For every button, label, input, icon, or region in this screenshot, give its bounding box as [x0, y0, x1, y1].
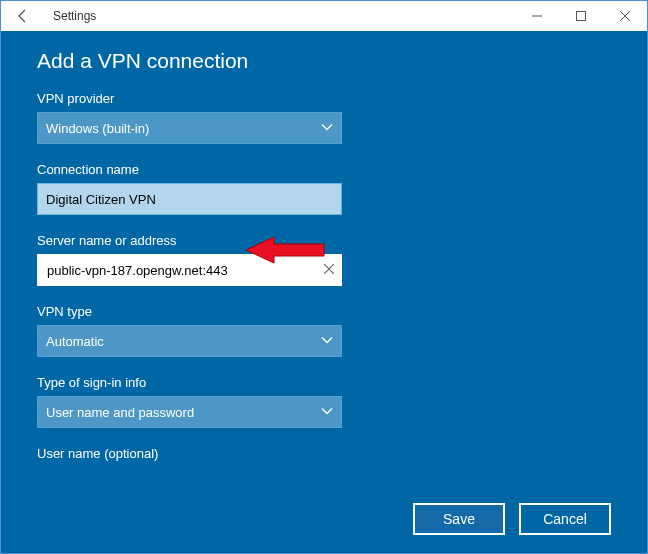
username-label: User name (optional) [37, 446, 611, 461]
maximize-button[interactable] [559, 1, 603, 31]
save-button-label: Save [443, 511, 475, 527]
dialog-buttons: Save Cancel [413, 503, 611, 535]
form-area: VPN provider Windows (built-in) Connecti… [37, 91, 611, 553]
vpn-type-value: Automatic [46, 334, 104, 349]
back-button[interactable] [1, 8, 45, 24]
connection-name-field[interactable] [46, 192, 333, 207]
server-address-input[interactable] [37, 254, 342, 286]
close-button[interactable] [603, 1, 647, 31]
vpn-type-label: VPN type [37, 304, 611, 319]
settings-window: Settings Add a VPN connection VPN provid… [0, 0, 648, 554]
server-address-field[interactable] [47, 263, 332, 278]
chevron-down-icon [321, 407, 333, 418]
minimize-button[interactable] [515, 1, 559, 31]
dialog-heading: Add a VPN connection [37, 49, 611, 73]
signin-type-label: Type of sign-in info [37, 375, 611, 390]
signin-type-value: User name and password [46, 405, 194, 420]
vpn-dialog: Add a VPN connection VPN provider Window… [1, 31, 647, 553]
window-title: Settings [45, 9, 515, 23]
cancel-button[interactable]: Cancel [519, 503, 611, 535]
server-address-label: Server name or address [37, 233, 611, 248]
vpn-provider-value: Windows (built-in) [46, 121, 149, 136]
signin-type-select[interactable]: User name and password [37, 396, 342, 428]
chevron-down-icon [321, 123, 333, 134]
clear-icon[interactable] [324, 263, 334, 277]
svg-rect-1 [577, 12, 586, 21]
chevron-down-icon [321, 336, 333, 347]
titlebar: Settings [1, 1, 647, 31]
save-button[interactable]: Save [413, 503, 505, 535]
vpn-provider-label: VPN provider [37, 91, 611, 106]
cancel-button-label: Cancel [543, 511, 587, 527]
connection-name-label: Connection name [37, 162, 611, 177]
connection-name-input[interactable] [37, 183, 342, 215]
vpn-type-select[interactable]: Automatic [37, 325, 342, 357]
vpn-provider-select[interactable]: Windows (built-in) [37, 112, 342, 144]
